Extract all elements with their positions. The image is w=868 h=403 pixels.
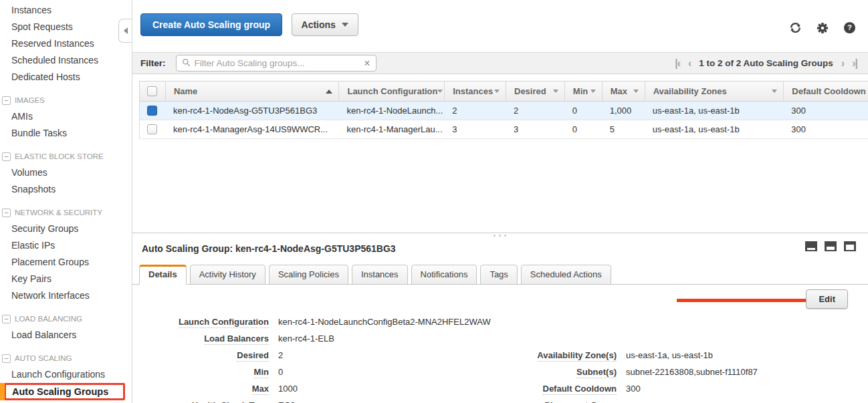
sidebar-section-label: ELASTIC BLOCK STORE (15, 152, 104, 160)
detail-field-row: Placement Group (480, 397, 758, 403)
actions-button[interactable]: Actions (292, 13, 358, 36)
sidebar-section-elastic-block-store[interactable]: −ELASTIC BLOCK STORE (0, 148, 132, 164)
column-header-instances[interactable]: Instances (444, 82, 506, 101)
sidebar-item-key-pairs[interactable]: Key Pairs (0, 271, 132, 287)
tab-scaling-policies[interactable]: Scaling Policies (269, 265, 348, 285)
pane-size-large-icon[interactable] (844, 241, 856, 251)
detail-field-row: Availability Zone(s)us-east-1a, us-east-… (480, 347, 758, 364)
dropdown-caret-icon (494, 90, 500, 93)
detail-field-row: Desired2 (132, 347, 491, 364)
pagination-prev-icon[interactable]: ‹ (688, 57, 691, 70)
tab-details[interactable]: Details (139, 265, 187, 285)
help-icon[interactable]: ? (843, 21, 856, 34)
column-header-label: Instances (453, 86, 493, 96)
pagination-last-icon[interactable]: ›| (852, 57, 857, 70)
detail-field-row: Subnet(s)subnet-22163808,subnet-f1110f87 (480, 364, 758, 380)
column-header-availability-zones[interactable]: Availability Zones (645, 82, 784, 101)
tab-instances[interactable]: Instances (352, 265, 408, 285)
row-checkbox[interactable] (147, 106, 157, 116)
select-all-column-header[interactable] (140, 82, 165, 101)
sidebar-item-placement-groups[interactable]: Placement Groups (0, 254, 132, 271)
sidebar-item-load-balancers[interactable]: Load Balancers (0, 327, 132, 344)
cell-max: 5 (602, 124, 645, 134)
column-header-max[interactable]: Max (602, 82, 645, 101)
sidebar-section-auto-scaling[interactable]: −AUTO SCALING (0, 350, 132, 366)
field-label-text: Availability Zone(s) (537, 350, 617, 362)
field-label-text: Subnet(s) (576, 367, 617, 378)
sidebar-item-dedicated-hosts[interactable]: Dedicated Hosts (0, 69, 132, 86)
sidebar-item-auto-scaling-groups[interactable]: Auto Scaling Groups (4, 383, 125, 400)
toolbar-icons: ? (789, 21, 856, 34)
sidebar-item-elastic-ips[interactable]: Elastic IPs (0, 237, 132, 254)
dropdown-caret-icon (590, 90, 596, 93)
sidebar-item-launch-configurations[interactable]: Launch Configurations (0, 366, 132, 383)
tab-notifications[interactable]: Notifications (411, 265, 477, 285)
field-value-subnet-s: subnet-22163808,subnet-f1110f87 (626, 367, 758, 377)
column-header-default-cooldown[interactable]: Default Cooldown (783, 82, 868, 101)
dropdown-caret-icon (553, 90, 558, 93)
drag-handle-dots[interactable] (494, 235, 496, 237)
sidebar-item-instances[interactable]: Instances (0, 2, 132, 19)
cell-desired: 2 (506, 106, 564, 116)
pagination-first-icon[interactable]: |‹ (675, 57, 680, 70)
sidebar-item-reserved-instances[interactable]: Reserved Instances (0, 35, 132, 52)
detail-field-row: Launch Configurationken-rc4-1-NodeLaunch… (132, 313, 491, 330)
pagination: |‹ ‹ 1 to 2 of 2 Auto Scaling Groups › ›… (675, 57, 857, 70)
field-value-launch-configuration: ken-rc4-1-NodeLaunchConfigBeta2-MNA2HFEL… (278, 317, 491, 327)
toolbar: Create Auto Scaling group Actions (132, 0, 868, 52)
pagination-next-icon[interactable]: › (841, 57, 844, 70)
create-auto-scaling-group-button[interactable]: Create Auto Scaling group (140, 13, 282, 36)
table-row[interactable]: ken-rc4-1-NodeAsg-G5TU3P561BG3ken-rc4-1-… (140, 102, 868, 120)
tab-scheduled-actions[interactable]: Scheduled Actions (521, 265, 611, 285)
row-checkbox[interactable] (147, 124, 157, 134)
table-row[interactable]: ken-rc4-1-ManagerAsg-14US9WWCR...ken-rc4… (140, 120, 868, 139)
sidebar-item-amis[interactable]: AMIs (0, 108, 132, 125)
cell-availability-zones: us-east-1a, us-east-1b (645, 124, 784, 134)
filter-bar: Filter: × |‹ ‹ 1 to 2 of 2 Auto Scaling … (132, 52, 868, 74)
table-body: ken-rc4-1-NodeAsg-G5TU3P561BG3ken-rc4-1-… (139, 102, 868, 139)
search-icon (182, 57, 191, 70)
column-header-label: Name (174, 86, 197, 96)
filter-label: Filter: (140, 58, 166, 68)
cell-default-cooldown: 300 (783, 124, 868, 134)
column-header-label: Availability Zones (653, 86, 727, 96)
clear-icon[interactable]: × (364, 58, 370, 69)
sidebar-item-spot-requests[interactable]: Spot Requests (0, 19, 132, 35)
field-label-text: Launch Configuration (179, 317, 269, 328)
filter-search-box[interactable]: × (176, 55, 376, 72)
field-label-text: Default Cooldown (543, 384, 617, 395)
select-all-checkbox[interactable] (147, 86, 157, 96)
sidebar-item-volumes[interactable]: Volumes (0, 164, 132, 181)
column-header-desired[interactable]: Desired (506, 82, 564, 101)
sidebar-item-snapshots[interactable]: Snapshots (0, 181, 132, 198)
sidebar-section-load-balancing[interactable]: −LOAD BALANCING (0, 311, 132, 327)
sidebar-section-network-security[interactable]: −NETWORK & SECURITY (0, 205, 132, 221)
detail-tabs: DetailsActivity HistoryScaling PoliciesI… (132, 265, 868, 285)
sidebar-item-bundle-tasks[interactable]: Bundle Tasks (0, 125, 132, 142)
field-label-launch-configuration: Launch Configuration (132, 317, 269, 327)
refresh-icon[interactable] (789, 21, 802, 34)
sidebar-section-images[interactable]: −IMAGES (0, 92, 132, 108)
row-checkbox-cell (140, 124, 165, 134)
filter-search-input[interactable] (195, 58, 360, 68)
sidebar-item-scheduled-instances[interactable]: Scheduled Instances (0, 52, 132, 69)
field-label-load-balancers: Load Balancers (132, 333, 269, 344)
field-label-desired: Desired (132, 350, 269, 360)
sidebar: InstancesSpot RequestsReserved Instances… (0, 0, 132, 403)
column-header-launch-configuration[interactable]: Launch Configuration (338, 82, 444, 101)
settings-gear-icon[interactable] (817, 22, 829, 34)
column-header-name[interactable]: Name (165, 82, 339, 101)
sidebar-section-label: IMAGES (15, 96, 45, 104)
column-header-label: Min (573, 86, 588, 96)
tab-activity-history[interactable]: Activity History (190, 265, 265, 285)
pane-size-small-icon[interactable] (805, 241, 817, 251)
sidebar-item-network-interfaces[interactable]: Network Interfaces (0, 287, 132, 304)
sidebar-collapse-handle[interactable] (118, 19, 132, 43)
section-collapse-icon: − (2, 209, 11, 217)
pane-size-medium-icon[interactable] (825, 241, 837, 251)
tab-tags[interactable]: Tags (480, 265, 517, 285)
column-header-min[interactable]: Min (564, 82, 602, 101)
edit-button[interactable]: Edit (806, 289, 848, 309)
column-header-label: Default Cooldown (792, 86, 866, 96)
sidebar-item-security-groups[interactable]: Security Groups (0, 221, 132, 237)
